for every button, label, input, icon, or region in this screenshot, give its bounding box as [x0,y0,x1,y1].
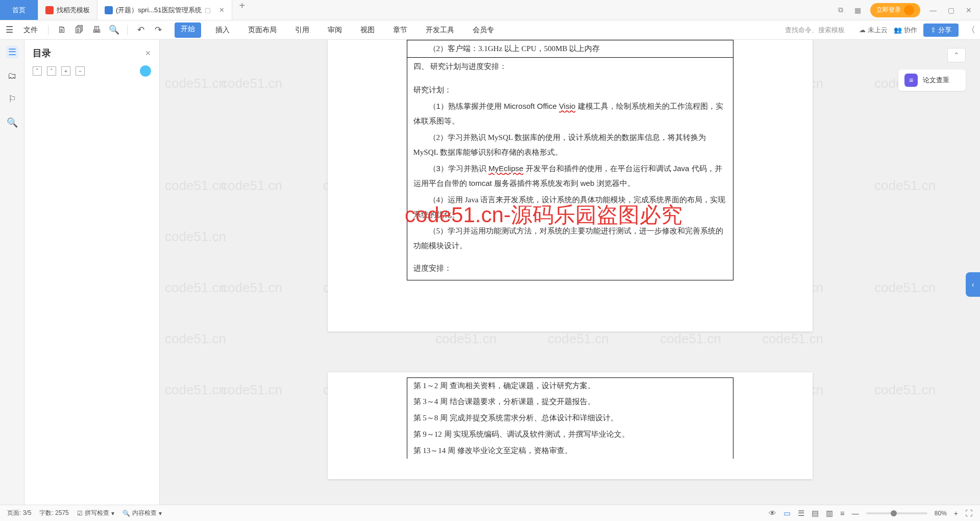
watermark: code51.cn [165,76,226,91]
zoom-out-button[interactable]: — [852,509,859,517]
layout-read-icon[interactable]: ☰ [798,509,804,518]
status-bar: 页面: 3/5 字数: 2575 ☑ 拼写检查 ▾ 🔍 内容检查 ▾ 👁 ▭ ☰… [0,505,980,521]
reading-mode-icon[interactable]: ⧉ [836,6,845,14]
assistant-badge-icon[interactable] [140,65,151,77]
command-search[interactable]: 查找命令、搜索模板 [781,26,849,35]
login-button[interactable]: 立即登录 [870,3,920,17]
settings-icon[interactable]: ≡ [840,509,845,517]
status-page[interactable]: 页面: 3/5 [7,509,31,517]
ribbon-tab-view[interactable]: 视图 [356,22,379,38]
share-button[interactable]: ⇧分享 [923,23,959,37]
tab-document[interactable]: (开题）spri...51医院管理系统 ▢ ✕ [97,0,232,20]
plagiarism-icon: ≡ [904,74,918,87]
ribbon-tab-sections[interactable]: 章节 [389,22,411,38]
doc-sched-1: 第 1～2 周 查询相关资料，确定课题，设计研究方案。 [407,378,733,394]
layout-outline-icon[interactable]: ▥ [826,509,833,518]
watermark: code51.cn [660,331,721,347]
apps-icon[interactable]: ▦ [852,6,863,14]
search-icon[interactable]: 🔍 [6,116,18,129]
file-menu[interactable]: 文件 [20,26,41,35]
slides-icon[interactable]: 🗂 [6,69,18,82]
collab-button[interactable]: 👥协作 [894,26,917,35]
minimize-button[interactable]: — [927,6,939,14]
menu-icon[interactable]: ☰ [3,24,15,36]
bookmark-icon[interactable]: ⚐ [6,93,18,105]
document-canvas[interactable]: code51.cn code51.cn code51.cn code51.cn … [160,40,980,505]
t-underline: MyEclipse [488,164,523,173]
doc-line-client: （2）客户端：3.1GHz 以上 CPU，500MB 以上内存 [407,40,733,57]
ribbon-tab-member[interactable]: 会员专 [469,22,498,38]
ribbon-tab-references[interactable]: 引用 [291,22,313,38]
maximize-button[interactable]: ▢ [946,6,957,14]
cloud-status[interactable]: ☁未上云 [859,26,888,35]
zoom-value[interactable]: 80% [935,510,947,517]
watermark: code51.cn [221,280,282,296]
document-page-3: （2）客户端：3.1GHz 以上 CPU，500MB 以上内存 四、 研究计划与… [328,40,813,331]
zoom-slider[interactable] [866,512,927,514]
spacer [407,76,733,82]
collapse-ribbon-icon[interactable]: 〈 [965,24,977,36]
watermark: code51.cn [165,229,226,245]
expand-all-icon[interactable]: ˅ [33,66,42,76]
level-down-icon[interactable]: − [76,66,85,76]
tab-device-icon: ▢ [205,6,211,14]
ribbon-tab-devtools[interactable]: 开发工具 [422,22,458,38]
collapse-all-icon[interactable]: ˄ [47,66,56,76]
tab-home-label: 首页 [12,6,26,15]
close-window-button[interactable]: ✕ [964,6,974,14]
t-underline: Visio [559,102,575,110]
layout-print-icon[interactable]: ▭ [783,509,791,518]
outline-close-icon[interactable]: ✕ [145,49,151,57]
print-preview-icon[interactable]: 🔍 [108,24,120,36]
title-right: ⧉ ▦ 立即登录 — ▢ ✕ [830,3,980,17]
ribbon-tab-insert[interactable]: 插入 [211,22,234,38]
doc-plan-4: （4）运用 Java 语言来开发系统，设计系统的具体功能模块，完成系统界面的布局… [407,192,733,223]
eye-icon[interactable]: 👁 [769,509,776,517]
level-up-icon[interactable]: + [61,66,70,76]
watermark: code51.cn [221,76,282,91]
zoom-in-button[interactable]: + [954,509,958,517]
tab-templates[interactable]: 找稻壳模板 [38,0,97,20]
tab-home[interactable]: 首页 [0,0,38,20]
spell-label: 拼写检查 [85,509,109,517]
outline-icon[interactable]: ☰ [6,46,18,58]
save-as-icon[interactable]: 🗐 [73,24,85,36]
layout-web-icon[interactable]: ▤ [812,509,819,518]
t: （3）学习并熟识 [429,164,489,173]
separator [48,25,48,35]
doc-plan-5: （5）学习并运用功能测试方法，对系统的主要功能进行测试，进一步修改和完善系统的功… [407,223,733,254]
watermark: code51.cn [762,331,823,347]
panel-collapse-icon[interactable]: ⌃ [947,48,966,62]
outline-header: 目录 ✕ [33,47,151,59]
ribbon-tab-pagelayout[interactable]: 页面布局 [244,22,281,38]
fullscreen-icon[interactable]: ⛶ [965,509,973,517]
docer-icon [45,6,54,14]
tab-add-button[interactable]: + [232,0,253,20]
plagiarism-check-button[interactable]: ≡ 论文查重 [898,69,966,91]
save-icon[interactable]: 🗎 [56,24,68,36]
doc-plan-1: （1）熟练掌握并使用 Microsoft Office Visio 建模工具，绘… [407,98,733,129]
print-icon[interactable]: 🖶 [90,24,103,36]
doc-section4-title: 四、 研究计划与进度安排： [407,58,733,76]
doc-plan-heading: 研究计划： [407,82,733,99]
cloud-label: 未上云 [868,26,888,35]
left-rail: ☰ 🗂 ⚐ 🔍 [0,40,24,505]
main-area: ☰ 🗂 ⚐ 🔍 目录 ✕ ˅ ˄ + − code51.cn code51.cn… [0,40,980,505]
tab-close-icon[interactable]: ✕ [219,6,225,14]
title-bar: 首页 找稻壳模板 (开题）spri...51医院管理系统 ▢ ✕ + ⧉ ▦ 立… [0,0,980,20]
zoom-thumb[interactable] [891,510,897,516]
feedback-tab[interactable]: ‹ [966,272,980,297]
status-spellcheck[interactable]: ☑ 拼写检查 ▾ [77,509,114,517]
redo-icon[interactable]: ↷ [152,24,164,36]
doc-sched-3: 第 5～8 周 完成并提交系统需求分析、总体设计和详细设计。 [407,410,733,427]
doc-plan-2: （2）学习并熟识 MySQL 数据库的使用，设计系统相关的数据库信息，将其转换为… [407,129,733,160]
status-contentcheck[interactable]: 🔍 内容检查 ▾ [122,509,162,517]
ribbon-tab-start[interactable]: 开始 [175,22,201,38]
doc-sched-2: 第 3～4 周 结合课题要求，分析课题，提交开题报告。 [407,394,733,410]
document-page-4: 第 1～2 周 查询相关资料，确定课题，设计研究方案。 第 3～4 周 结合课题… [328,372,813,480]
ribbon-tab-review[interactable]: 审阅 [324,22,346,38]
status-words[interactable]: 字数: 2575 [39,509,68,517]
undo-icon[interactable]: ↶ [135,24,147,36]
doc-cell-main: 四、 研究计划与进度安排： 研究计划： （1）熟练掌握并使用 Microsoft… [407,57,733,280]
watermark: code51.cn [548,331,609,347]
